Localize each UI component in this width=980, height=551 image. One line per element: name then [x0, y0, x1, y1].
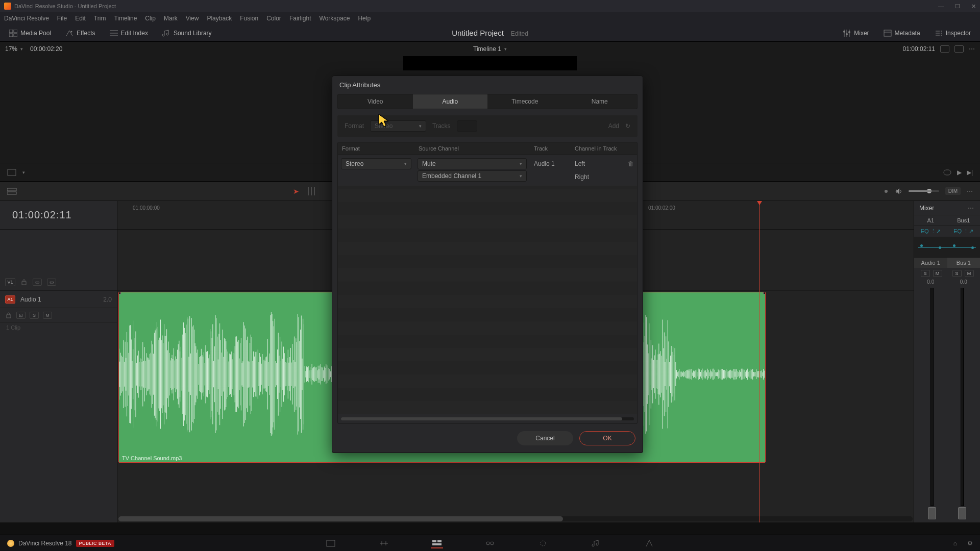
play-icon[interactable]: ▶ — [957, 169, 962, 176]
tab-audio[interactable]: Audio — [413, 94, 488, 109]
row-delete-icon[interactable]: 🗑 — [625, 157, 637, 184]
close-icon[interactable]: ✕ — [971, 3, 976, 10]
fairlight-page-icon[interactable] — [590, 538, 602, 548]
menu-color[interactable]: Color — [266, 15, 281, 22]
v1-toggle-1[interactable]: ▭ — [33, 279, 42, 286]
fusion-page-icon[interactable] — [484, 538, 496, 548]
tab-name[interactable]: Name — [562, 94, 638, 109]
cut-page-icon[interactable] — [378, 538, 390, 548]
sound-library-button[interactable]: Sound Library — [159, 28, 215, 39]
color-page-icon[interactable] — [537, 538, 549, 548]
add-button[interactable]: Add — [608, 122, 619, 130]
mixer-a1-fader[interactable] — [928, 507, 936, 519]
a1-box[interactable]: A1 — [5, 295, 15, 304]
inspector-button[interactable]: Inspector — [932, 28, 974, 39]
timeline-chevron-icon[interactable]: ▾ — [504, 46, 507, 52]
menu-edit[interactable]: Edit — [75, 15, 86, 22]
v1-toggle-2[interactable]: ▭ — [47, 279, 56, 286]
home-icon[interactable] — [7, 540, 14, 547]
row-source-1-select[interactable]: Mute▾ — [418, 158, 527, 169]
v1-box[interactable]: V1 — [5, 278, 15, 286]
dim-button[interactable]: DIM — [945, 187, 961, 195]
add-format-select[interactable]: Stereo▾ — [370, 120, 426, 132]
mixer-bus1-mute[interactable]: M — [965, 270, 974, 277]
timeline-view-options-icon[interactable] — [7, 187, 17, 195]
selection-tool-icon[interactable]: ➤ — [293, 187, 299, 195]
deliver-page-icon[interactable] — [643, 538, 655, 548]
source-timecode[interactable]: 00:00:02:20 — [30, 45, 62, 53]
media-pool-label: Media Pool — [20, 30, 51, 37]
media-pool-button[interactable]: Media Pool — [6, 28, 54, 39]
mixer-a1-mute[interactable]: M — [933, 270, 942, 277]
mixer-bus1-solo[interactable]: S — [952, 270, 962, 277]
bypass-button[interactable] — [940, 45, 949, 53]
zoom-in-icon[interactable]: + — [895, 188, 898, 195]
single-viewer-button[interactable] — [954, 45, 964, 53]
menu-clip[interactable]: Clip — [145, 15, 156, 22]
playhead[interactable] — [760, 201, 760, 522]
viewer-mode-chevron-icon[interactable]: ▾ — [22, 170, 25, 175]
a1-auto-button[interactable]: ⊡ — [16, 312, 26, 319]
edit-index-icon — [110, 30, 118, 37]
menu-file[interactable]: File — [57, 15, 67, 22]
add-tracks-input[interactable] — [457, 120, 477, 132]
mixer-bus1-eq[interactable]: EQ ⋮↗ — [947, 226, 981, 237]
a1-mute-button[interactable]: M — [43, 312, 52, 319]
maximize-icon[interactable]: ☐ — [955, 3, 960, 10]
viewer-zoom[interactable]: 17% — [5, 45, 17, 53]
timeline-options-icon[interactable]: ⋯ — [967, 188, 973, 195]
menu-fusion[interactable]: Fusion — [240, 15, 258, 22]
record-timecode[interactable]: 01:00:02:11 — [903, 45, 935, 53]
clip-handle-left[interactable] — [118, 292, 121, 294]
cancel-button[interactable]: Cancel — [517, 431, 573, 445]
a1-lock-icon[interactable] — [5, 312, 12, 318]
zoom-out-icon[interactable] — [885, 190, 888, 193]
menu-playback[interactable]: Playback — [207, 15, 232, 22]
table-scrollbar[interactable] — [341, 417, 634, 420]
tab-video[interactable]: Video — [338, 94, 413, 109]
media-page-icon[interactable] — [325, 538, 337, 548]
clip-handle-right[interactable] — [763, 292, 766, 294]
add-reset-icon[interactable]: ↻ — [625, 122, 630, 130]
menu-timeline[interactable]: Timeline — [114, 15, 137, 22]
a1-solo-button[interactable]: S — [30, 312, 39, 319]
viewer-options-icon[interactable]: ⋯ — [969, 45, 975, 53]
metadata-button[interactable]: Metadata — [880, 28, 923, 39]
menu-workspace[interactable]: Workspace — [320, 15, 350, 22]
menu-fairlight[interactable]: Fairlight — [289, 15, 311, 22]
mixer-toggle-button[interactable]: Mixer — [840, 28, 872, 39]
mixer-eq-graph[interactable] — [914, 237, 980, 258]
mixer-a1-solo[interactable]: S — [921, 270, 930, 277]
edit-page-icon[interactable] — [431, 538, 443, 548]
match-frame-icon[interactable] — [7, 169, 16, 176]
zoom-chevron-icon[interactable]: ▾ — [20, 46, 23, 52]
effects-button[interactable]: Effects — [62, 28, 98, 39]
volume-slider[interactable] — [909, 190, 939, 192]
timeline-scrollbar[interactable] — [118, 516, 913, 521]
audio-track-header[interactable]: A1 Audio 1 2.0 — [0, 291, 117, 308]
mixer-a1-eq[interactable]: EQ ⋮↗ — [914, 226, 947, 237]
next-clip-icon[interactable]: ▶| — [967, 169, 973, 176]
menu-trim[interactable]: Trim — [94, 15, 106, 22]
menu-davinci-resolve[interactable]: DaVinci Resolve — [4, 15, 49, 22]
mixer-options-icon[interactable]: ⋯ — [968, 205, 975, 212]
ok-button[interactable]: OK — [579, 431, 635, 445]
video-track-header[interactable]: V1 ▭ ▭ — [0, 273, 117, 291]
minimize-icon[interactable]: — — [938, 3, 944, 10]
lock-icon[interactable] — [20, 279, 28, 285]
edit-index-button[interactable]: Edit Index — [107, 28, 151, 39]
row-format-select[interactable]: Stereo▾ — [341, 158, 411, 169]
row-source-2-select[interactable]: Embedded Channel 1▾ — [418, 170, 527, 182]
mixer-bus1-fader[interactable] — [958, 507, 966, 519]
menu-help[interactable]: Help — [358, 15, 371, 22]
menu-view[interactable]: View — [186, 15, 199, 22]
tab-timecode[interactable]: Timecode — [487, 94, 562, 109]
menu-mark[interactable]: Mark — [164, 15, 178, 22]
project-settings-icon[interactable]: ⚙ — [967, 540, 973, 547]
timeline-timecode[interactable]: 01:00:02:11 — [0, 201, 117, 230]
loop-icon[interactable] — [943, 169, 952, 176]
scrollbar-thumb[interactable] — [118, 516, 563, 521]
timeline-name[interactable]: Timeline 1 — [473, 45, 501, 53]
project-manager-icon[interactable]: ⌂ — [953, 540, 957, 547]
blade-tool-icon[interactable] — [306, 187, 316, 195]
